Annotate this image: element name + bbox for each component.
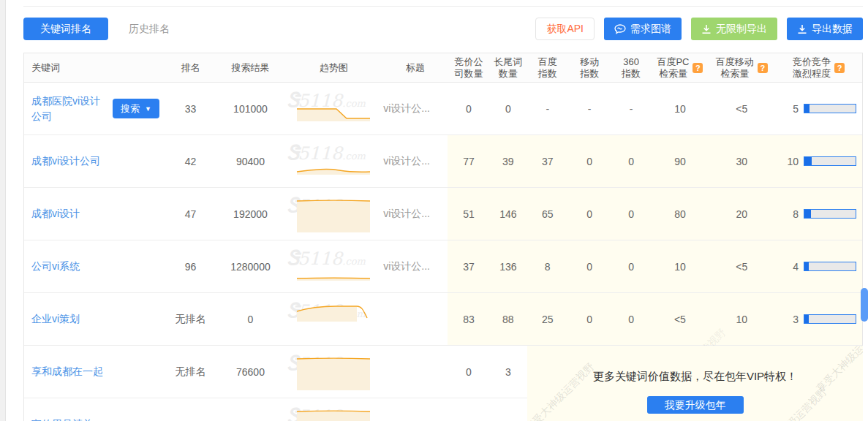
column-header-label: 百度指数	[538, 56, 557, 80]
export-data-button[interactable]: 导出数据	[787, 18, 863, 40]
keyword-link[interactable]: 宣传用品清单	[31, 417, 93, 421]
360-index-cell: -	[611, 83, 652, 134]
baidu-index-cell: 37	[527, 135, 569, 187]
column-header: 排名	[165, 53, 217, 82]
tab-keyword-rank[interactable]: 关键词排名	[23, 18, 108, 40]
competition-cell: 8	[775, 188, 862, 240]
title-cell	[383, 293, 448, 345]
column-header: 360指数	[611, 53, 652, 82]
column-header: 移动指数	[569, 53, 611, 82]
button-label: 获取API	[546, 23, 584, 36]
help-icon[interactable]: ?	[692, 63, 703, 73]
search-results-cell: 76600	[217, 346, 284, 398]
competition-cell: 5	[775, 83, 862, 134]
button-label: 需求图谱	[630, 23, 671, 36]
column-header-label: 长尾词数量	[494, 56, 522, 80]
rank-cell: 无排名	[165, 346, 217, 398]
baidu-mobile-volume-cell: <5	[708, 83, 775, 134]
keyword-cell: 成都vi设计	[24, 188, 165, 240]
baidu-pc-volume-cell: 10	[652, 83, 709, 134]
column-header-label: 竞价公司数量	[454, 56, 483, 80]
column-header: 竞价公司数量	[448, 53, 490, 82]
trend-chart-cell: Ꮥ5118.com	[284, 83, 383, 134]
longtail-count-cell: 88	[490, 293, 527, 345]
header-row: 关键词排名历史排名 获取API需求图谱无限制导出导出数据	[23, 18, 863, 40]
help-icon[interactable]: ?	[834, 63, 845, 73]
search-dropdown-button[interactable]: 搜索 ▼	[113, 99, 159, 118]
mobile-index-cell: -	[569, 83, 611, 134]
column-header: 百度移动检索量?	[708, 53, 775, 82]
scrollbar-thumb[interactable]	[861, 288, 868, 322]
longtail-count-cell: 136	[490, 240, 527, 292]
bid-companies-cell: 0	[448, 83, 490, 134]
baidu-pc-volume-cell: 90	[652, 135, 709, 187]
longtail-count-cell: 3	[490, 346, 527, 398]
baidu-pc-volume-cell: 10	[652, 240, 709, 292]
top-divider	[23, 6, 863, 7]
column-header-label: 竞价竞争激烈程度	[793, 56, 831, 80]
rank-cell: 无排名	[165, 293, 217, 345]
competition-cell: 3	[775, 293, 862, 345]
baidu-mobile-volume-cell: 20	[708, 188, 775, 240]
rank-cell: 96	[165, 240, 217, 292]
upgrade-vip-button[interactable]: 我要升级包年	[647, 396, 744, 414]
360-index-cell: 0	[611, 240, 652, 292]
keyword-rank-table: 关键词排名搜索结果趋势图标题竞价公司数量长尾词数量百度指数移动指数360指数百度…	[23, 53, 863, 421]
column-header: 搜索结果	[217, 53, 284, 82]
360-index-cell: 0	[611, 135, 652, 187]
trend-sparkline	[295, 194, 371, 234]
mobile-index-cell: 0	[569, 293, 611, 345]
rank-cell	[165, 398, 217, 421]
competition-value: 4	[793, 261, 799, 273]
competition-value: 3	[793, 314, 799, 325]
search-results-cell: 101000	[217, 83, 284, 134]
download-icon	[701, 24, 712, 34]
unlimited-export-button[interactable]: 无限制导出	[691, 18, 777, 40]
column-header: 长尾词数量	[490, 53, 527, 82]
caret-down-icon: ▼	[145, 105, 151, 113]
demand-map-button[interactable]: 需求图谱	[604, 18, 682, 40]
keyword-link[interactable]: 公司vi系统	[31, 259, 80, 274]
keyword-link[interactable]: 享和成都在一起	[31, 364, 103, 379]
bid-companies-cell	[448, 398, 490, 421]
baidu-index-cell: -	[527, 83, 569, 134]
vip-upsell-overlay: 享受大神级运营视野 享受大神级运营视野 享受大神级运营视野 更多关键词价值数据，…	[527, 346, 863, 421]
keyword-link[interactable]: 成都医院vi设计公司	[31, 94, 104, 124]
tab-history-rank[interactable]: 历史排名	[118, 18, 180, 40]
bid-companies-cell: 77	[448, 135, 490, 187]
column-header-label: 百度移动检索量	[716, 56, 754, 80]
keyword-link[interactable]: 成都vi设计	[31, 206, 80, 221]
column-header-label: 百度PC检索量	[657, 56, 689, 80]
column-header: 百度指数	[527, 53, 569, 82]
column-header: 关键词	[24, 53, 165, 82]
trend-chart-cell: Ꮥ5118.com	[284, 240, 383, 292]
button-label: 无限制导出	[716, 23, 767, 36]
trend-sparkline	[295, 352, 371, 392]
trend-sparkline	[295, 142, 371, 181]
trend-chart-cell: Ꮥ5118.com	[284, 135, 383, 187]
360-index-cell: 0	[611, 293, 652, 345]
competition-bar	[804, 156, 856, 166]
mobile-index-cell: 0	[569, 135, 611, 187]
vip-upsell-message: 更多关键词价值数据，尽在包年VIP特权！	[527, 370, 863, 384]
column-header: 趋势图	[284, 53, 383, 82]
mobile-index-cell: 0	[569, 188, 611, 240]
baidu-pc-volume-cell: <5	[652, 293, 709, 345]
longtail-count-cell	[490, 398, 527, 421]
trend-sparkline	[295, 247, 371, 287]
competition-bar	[804, 314, 856, 324]
get-api-button[interactable]: 获取API	[535, 18, 595, 40]
table-header-row: 关键词排名搜索结果趋势图标题竞价公司数量长尾词数量百度指数移动指数360指数百度…	[24, 53, 862, 83]
keyword-link[interactable]: 成都vi设计公司	[31, 153, 100, 169]
competition-cell: 10	[775, 135, 862, 187]
help-icon[interactable]: ?	[758, 63, 768, 73]
competition-value: 8	[793, 208, 799, 220]
keyword-cell: 宣传用品清单	[24, 398, 165, 421]
keyword-link[interactable]: 企业vi策划	[31, 311, 80, 327]
table-row: 成都vi设计公司 42 90400 Ꮥ5118.com vi设计公... 77 …	[24, 135, 862, 188]
column-header: 竞价竞争激烈程度?	[775, 53, 862, 82]
360-index-cell: 0	[611, 188, 652, 240]
longtail-count-cell: 0	[490, 83, 527, 134]
keyword-cell: 享和成都在一起	[24, 346, 165, 398]
table-row: 企业vi策划 无排名 0 Ꮥ5118.com 83 88 25 0 0 <5 1…	[24, 293, 862, 346]
